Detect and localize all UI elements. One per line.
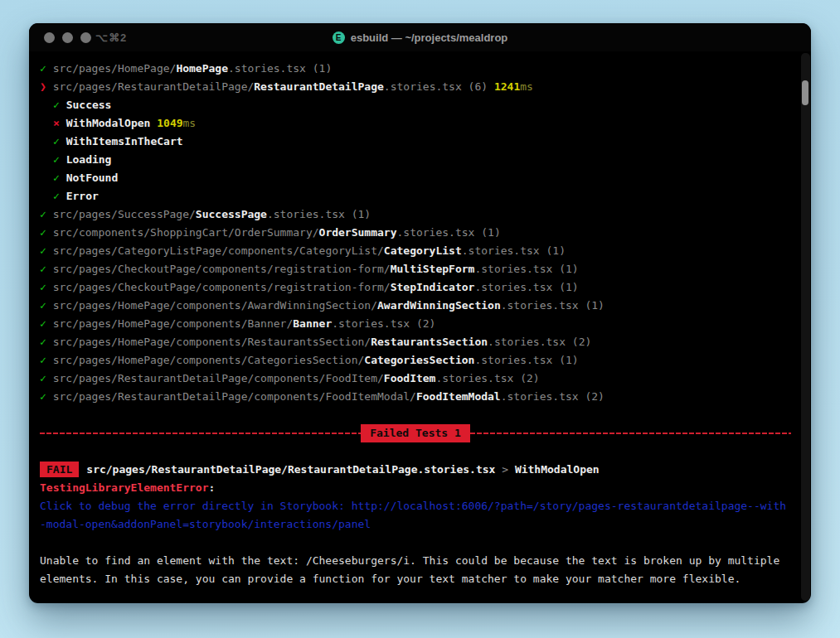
test-row: ✓ WithItemsInTheCart [53,133,791,151]
check-icon: ✓ [40,354,53,366]
check-icon: ✓ [53,135,66,147]
storybook-debug-link[interactable]: Click to debug the error directly in Sto… [40,497,791,534]
close-button[interactable] [44,32,55,43]
titlebar[interactable]: ⌥⌘2 E esbuild — ~/projects/mealdrop [29,23,811,51]
fail-header-line: FAILsrc/pages/RestaurantDetailPage/Resta… [40,461,791,479]
divider-dash-right [470,433,791,434]
chevron-right-icon: ❯ [40,80,53,93]
blank-line [40,534,791,552]
test-row: ✓ NotFound [53,169,791,187]
check-icon: ✓ [40,372,53,384]
error-message: Unable to find an element with the text:… [40,552,791,588]
test-row: ✓ src/pages/HomePage/components/Restaura… [40,333,791,351]
test-row: ✓ src/pages/HomePage/HomePage.stories.ts… [40,60,791,78]
test-row: ❯ src/pages/RestaurantDetailPage/Restaur… [40,78,791,96]
window-title-text: esbuild — ~/projects/mealdrop [351,31,508,44]
test-row: ✓ src/pages/HomePage/components/Banner/B… [40,315,791,333]
divider-dash-left [40,433,361,434]
check-icon: ✓ [40,226,53,239]
minimize-button[interactable] [62,32,73,43]
check-icon: ✓ [40,244,53,257]
test-row: ✓ src/pages/HomePage/components/Categori… [40,351,791,370]
test-rows: ✓ src/pages/HomePage/HomePage.stories.ts… [40,60,791,406]
check-icon: ✓ [40,263,53,275]
check-icon: ✓ [40,390,53,403]
test-row: ✓ Loading [53,151,791,169]
check-icon: ✓ [53,153,66,166]
fail-separator: > [495,463,514,476]
test-row: ✓ Success [53,96,791,114]
check-icon: ✓ [53,99,66,111]
check-icon: ✓ [40,208,53,220]
test-row: ✓ src/pages/RestaurantDetailPage/compone… [40,370,791,388]
fail-file-path: src/pages/RestaurantDetailPage/Restauran… [86,463,495,476]
scrollbar-track[interactable] [801,53,810,601]
check-icon: ✓ [40,281,53,293]
check-icon: ✓ [53,190,66,202]
zoom-button[interactable] [80,32,91,43]
window-title: E esbuild — ~/projects/mealdrop [333,31,508,44]
fail-badge: FAIL [40,462,79,477]
test-row: ✓ src/pages/CheckoutPage/components/regi… [40,278,791,297]
tab-shortcut-label: ⌥⌘2 [95,23,127,51]
test-row: ✓ src/pages/HomePage/components/AwardWin… [40,297,791,315]
error-name-line: TestingLibraryElementError: [40,479,791,497]
check-icon: ✓ [40,62,53,75]
check-icon: ✓ [40,336,53,348]
cross-icon: × [53,117,66,129]
traffic-lights [44,23,91,51]
check-icon: ✓ [40,299,53,312]
fail-test-name: WithModalOpen [515,463,600,476]
test-row: ✓ src/pages/SuccessPage/SuccessPage.stor… [40,205,791,224]
scrollbar-thumb[interactable] [802,80,808,105]
test-row: ✓ src/pages/RestaurantDetailPage/compone… [40,388,791,406]
check-icon: ✓ [40,317,53,330]
esbuild-icon: E [333,31,345,44]
test-row: ✓ src/pages/CategoryListPage/components/… [40,242,791,260]
failed-tests-badge: Failed Tests 1 [361,424,470,442]
error-name: TestingLibraryElementError [40,481,209,494]
error-colon: : [209,481,216,494]
test-row: ✓ src/pages/CheckoutPage/components/regi… [40,260,791,278]
terminal-output: ✓ src/pages/HomePage/HomePage.stories.ts… [29,51,811,588]
test-row: ✓ Error [53,187,791,205]
terminal-window: ⌥⌘2 E esbuild — ~/projects/mealdrop ✓ sr… [29,23,811,603]
check-icon: ✓ [53,172,66,184]
test-row: × WithModalOpen 1049ms [53,114,791,133]
failed-tests-divider: Failed Tests 1 [40,424,791,442]
test-row: ✓ src/components/ShoppingCart/OrderSumma… [40,224,791,242]
